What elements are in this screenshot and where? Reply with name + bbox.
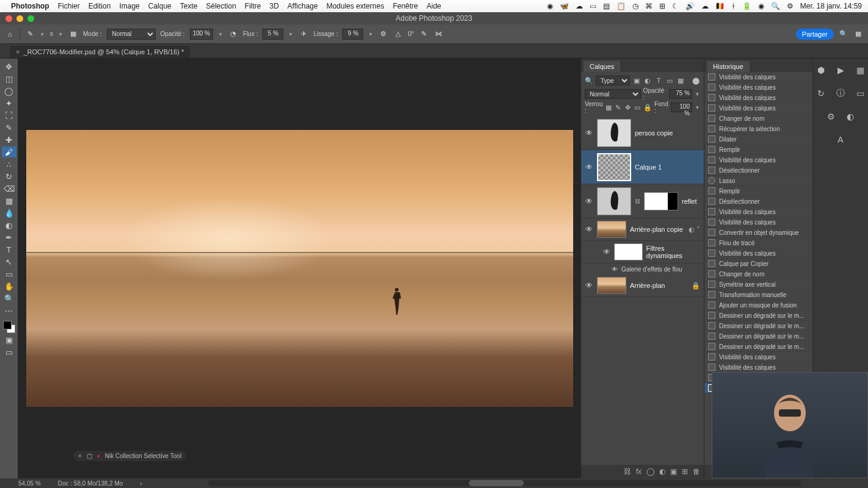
status-icon-battery[interactable]: ▤ [603,2,610,10]
properties-icon[interactable]: ◐ [845,111,856,122]
doc-info[interactable]: Doc : 58,0 Mo/138,2 Mo [58,480,123,487]
history-item[interactable]: Symétrie axe vertical [704,279,812,290]
menu-3d[interactable]: 3D [270,2,279,10]
pen-tool[interactable]: ✒ [2,232,16,243]
visibility-icon[interactable]: 👁 [585,197,593,206]
layer-thumbnail[interactable] [597,221,626,238]
actions-play-icon[interactable]: ▶ [835,65,846,76]
angle-value[interactable]: 0° [408,30,414,37]
layer-mask-thumbnail[interactable] [644,192,678,210]
doc-info-chevron[interactable]: › [140,480,142,487]
layer-row[interactable]: 👁 Arrière-plan copie ◐ ˄ [581,218,704,241]
history-item[interactable]: Dessiner un dégradé sur le m... [704,331,812,342]
history-item[interactable]: Flou de tracé [704,238,812,248]
history-item[interactable]: Désélectionner [704,165,812,176]
history-item[interactable]: Remplir [704,186,812,196]
history-item[interactable]: Dessiner un dégradé sur le m... [704,310,812,321]
menu-help[interactable]: Aide [427,2,441,10]
history-item[interactable]: Ajouter un masque de fusion [704,300,812,310]
status-icon-binoculars[interactable]: ⌘ [645,2,653,10]
layer-row[interactable]: 👁 persos copie [581,116,704,150]
window-maximize-button[interactable] [27,15,34,22]
lock-artboard-icon[interactable]: ▭ [634,103,641,112]
layers-tab[interactable]: Calques [584,61,620,72]
info-icon[interactable]: ⓘ [835,88,846,99]
status-icon-flag[interactable]: 🇧🇪 [715,2,725,10]
smart-filter-item[interactable]: 👁 Galerie d'effets de flou [581,264,704,274]
flow-value[interactable]: 5 % [262,29,283,40]
eraser-tool[interactable]: ⌫ [2,183,16,194]
horizontal-scrollbar[interactable] [208,480,801,486]
smart-filters-row[interactable]: 👁 Filtres dynamiques [581,241,704,264]
document-canvas[interactable] [26,130,573,407]
status-icon-display[interactable]: ▭ [590,2,596,10]
marquee-tool[interactable]: ◫ [2,73,16,84]
status-icon-wifi[interactable]: ◉ [758,2,764,10]
hand-tool[interactable]: ✋ [2,281,16,292]
menu-layer[interactable]: Calque [148,2,172,10]
blend-mode-select[interactable]: Normal [107,29,156,40]
nik-maximize-icon[interactable]: ▢ [87,453,92,459]
adjustments-icon[interactable]: ⚙ [825,111,836,122]
brush-panel-icon[interactable]: ▦ [68,29,78,39]
add-mask-icon[interactable]: ◯ [646,467,654,476]
heal-tool[interactable]: ✚ [2,134,16,145]
brush-tool-icon[interactable]: ✎ [25,29,35,39]
blur-tool[interactable]: 💧 [2,207,16,218]
menu-file[interactable]: Fichier [58,2,80,10]
layer-filter-select[interactable]: Type [596,76,630,85]
crop-tool[interactable]: ⛶ [2,110,16,121]
edit-toolbar[interactable]: ⋯ [2,305,16,316]
scrollbar-thumb[interactable] [469,480,524,486]
zoom-percent[interactable]: 54,05 % [18,480,41,487]
quickmask-tool[interactable]: ▣ [2,334,16,345]
menu-plugins[interactable]: Modules externes [327,2,385,10]
history-item[interactable]: Visibilité des calques [704,103,812,113]
stamp-tool[interactable]: ⛬ [2,159,16,170]
visibility-icon[interactable]: 👁 [585,281,593,290]
status-icon-clock[interactable]: ◷ [632,2,638,10]
close-tab-icon[interactable]: × [16,48,20,56]
history-item[interactable]: Remplir [704,145,812,155]
layer-thumbnail[interactable] [597,277,626,294]
layer-opacity-value[interactable]: 75 % [669,89,692,99]
gradient-tool[interactable]: ▦ [2,195,16,206]
status-icon-cc[interactable]: ☁ [576,2,583,10]
refresh-icon[interactable]: ↻ [816,88,826,99]
status-icon-volume[interactable]: 🔊 [685,2,695,10]
layer-row[interactable]: 👁 Arrière-plan 🔒 [581,274,704,297]
menu-text[interactable]: Texte [180,2,198,10]
menu-app[interactable]: Photoshop [11,2,49,10]
status-icon-1[interactable]: ◉ [547,2,553,10]
brush-tool[interactable]: 🖌 [2,146,16,157]
history-item[interactable]: Visibilité des calques [704,93,812,103]
link-icon[interactable]: ⛓ [635,198,640,204]
menu-image[interactable]: Image [119,2,139,10]
history-item[interactable]: Désélectionner [704,196,812,207]
canvas-area[interactable]: × ▢ ● Nik Collection Selective Tool [18,59,581,478]
brush-size-value[interactable]: 5 [50,31,53,37]
history-item[interactable]: Dilater [704,134,812,145]
histogram-icon[interactable]: ▦ [855,65,866,76]
pressure-size-icon[interactable]: ✎ [419,29,429,39]
history-item[interactable]: Calque par Copier [704,259,812,269]
shape-tool[interactable]: ▭ [2,268,16,279]
opacity-value[interactable]: 100 % [190,29,213,40]
search-icon[interactable]: 🔍 [585,76,593,85]
layer-blend-select[interactable]: Normal [585,89,641,99]
smoothing-options-icon[interactable]: ⚙ [378,29,388,39]
new-layer-icon[interactable]: ⊞ [682,467,688,476]
menu-window[interactable]: Fenêtre [392,2,418,10]
history-tab[interactable]: Historique [707,61,750,72]
move-tool[interactable]: ✥ [2,61,16,72]
airbrush-icon[interactable]: ✈ [298,29,308,39]
layer-name[interactable]: persos copie [635,129,673,137]
home-icon[interactable]: ⌂ [5,29,15,39]
filter-mask-thumbnail[interactable] [614,243,642,260]
brush-size-dropdown[interactable]: ▾ [58,31,63,37]
lasso-tool[interactable]: ◯ [2,85,16,96]
zoom-tool[interactable]: 🔍 [2,293,16,304]
history-item[interactable]: Changer de nom [704,269,812,279]
adjustment-icon[interactable]: ◐ [659,467,665,476]
status-icon-battery2[interactable]: 🔋 [742,2,751,10]
